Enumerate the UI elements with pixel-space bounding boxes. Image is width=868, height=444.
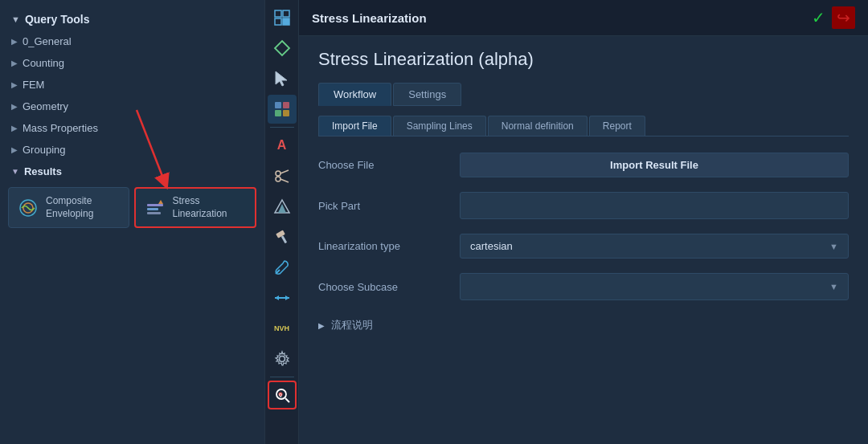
panel-title: Stress Linearization [312,11,427,25]
svg-line-20 [280,179,289,182]
sub-tab-sampling-lines[interactable]: Sampling Lines [393,116,486,136]
sub-tab-report[interactable]: Report [589,116,645,136]
tab-settings[interactable]: Settings [393,83,461,106]
sidebar-item-label: 0_General [23,35,72,47]
svg-rect-4 [147,208,158,210]
sidebar-item-label: Mass Properties [23,122,98,134]
svg-marker-12 [276,71,287,86]
form-label-choose-subcase: Choose Subcase [318,281,447,293]
svg-marker-28 [285,295,289,300]
cursor-icon-button[interactable] [268,64,297,93]
svg-text:Q: Q [279,393,282,397]
form-label-linearization-type: Linearization type [318,240,447,252]
svg-marker-11 [275,41,289,55]
panel-actions: ✓ ↪ [812,6,855,29]
sidebar-item-results[interactable]: ▼ Results [0,161,264,182]
icon-toolbar: A NVH [265,0,299,444]
scissors-icon-button[interactable] [268,161,297,190]
form-row-choose-file: Choose File Import Result File [318,153,849,177]
stress-label: StressLinearization [173,195,227,220]
svg-rect-16 [283,110,289,116]
composite-icon [17,197,39,219]
form-row-choose-subcase: Choose Subcase ▼ [318,273,849,300]
expand-arrow-icon: ▶ [318,321,325,330]
arrows-icon-button[interactable] [268,283,297,312]
svg-point-29 [279,356,285,362]
sidebar-title: Query Tools [25,13,90,26]
tab-workflow[interactable]: Workflow [318,83,391,106]
form-label-pick-part: Pick Part [318,200,447,212]
form-row-linearization-type: Linearization type cartesian ▼ [318,234,849,259]
hammer-icon-button[interactable] [268,222,297,251]
close-button[interactable]: ↪ [832,6,855,29]
expand-liucheng-section[interactable]: ▶ 流程说明 [318,315,849,336]
sidebar-item-0general[interactable]: ▶ 0_General [0,31,264,52]
confirm-button[interactable]: ✓ [812,8,825,27]
choose-subcase-select[interactable]: ▼ [460,273,849,300]
gear-icon-button[interactable] [268,344,297,373]
chevron-right-icon: ▶ [11,59,18,67]
linearization-type-select[interactable]: cartesian ▼ [460,234,849,259]
puzzle-icon-button[interactable] [268,95,297,124]
import-result-file-button[interactable]: Import Result File [460,153,849,177]
results-cards-row: CompositeEnveloping StressLinearization [0,182,264,233]
expand-section-label: 流程说明 [331,318,373,332]
sub-tab-import-file[interactable]: Import File [318,116,391,136]
svg-line-19 [280,170,289,173]
stress-linearization-card[interactable]: StressLinearization [134,187,257,228]
chevron-right-icon: ▶ [11,80,18,89]
content-title: Stress Linearization (alpha) [318,49,849,70]
svg-rect-9 [275,18,281,25]
composite-enveloping-card[interactable]: CompositeEnveloping [8,187,129,228]
chevron-down-icon-2: ▼ [829,282,838,291]
svg-line-31 [285,398,289,402]
sub-tab-normal-definition[interactable]: Normal definition [488,116,588,136]
svg-rect-5 [147,212,161,214]
svg-rect-13 [275,102,281,108]
sidebar-item-grouping[interactable]: ▶ Grouping [0,139,264,161]
chevron-right-icon: ▶ [11,145,18,154]
svg-rect-15 [275,110,281,116]
svg-rect-3 [147,204,163,206]
nvh-button[interactable]: NVH [268,314,297,343]
sidebar-item-geometry[interactable]: ▶ Geometry [0,96,264,117]
content-body: Stress Linearization (alpha) Workflow Se… [299,36,868,444]
chevron-down-icon: ▼ [11,167,19,176]
toolbar-separator-2 [270,377,294,377]
sidebar-item-fem[interactable]: ▶ FEM [0,74,264,96]
sidebar-header: ▼ Query Tools [0,6,264,31]
sidebar-item-label: Counting [23,57,64,69]
svg-rect-10 [283,18,289,25]
diamond-icon-button[interactable] [268,34,297,63]
sidebar: ▼ Query Tools ▶ 0_General ▶ Counting ▶ F… [0,0,265,444]
form-row-pick-part: Pick Part [318,192,849,219]
sidebar-item-label: Grouping [23,144,65,156]
chevron-right-icon: ▶ [11,102,18,111]
chevron-right-icon: ▶ [11,37,18,46]
sidebar-item-counting[interactable]: ▶ Counting [0,52,264,74]
chevron-right-icon: ▶ [11,124,18,132]
svg-point-18 [276,177,280,181]
search-results-button[interactable]: Q [268,381,297,409]
grid-icon-button[interactable] [268,3,297,32]
main-tab-row: Workflow Settings [318,83,849,106]
letter-a-button[interactable]: A [268,131,297,160]
chevron-down-icon: ▼ [829,242,838,251]
svg-marker-27 [275,295,279,300]
sub-tab-row: Import File Sampling Lines Normal defini… [318,116,849,136]
sidebar-item-label: Geometry [23,100,68,112]
composite-label: CompositeEnveloping [46,195,93,220]
sidebar-results-label: Results [24,165,62,177]
mountain-icon-button[interactable] [268,192,297,221]
sidebar-item-label: FEM [23,79,44,91]
sidebar-item-massprops[interactable]: ▶ Mass Properties [0,117,264,139]
svg-rect-8 [283,10,289,17]
linearization-type-value: cartesian [470,240,513,252]
sidebar-collapse-arrow[interactable]: ▼ [11,14,20,24]
svg-point-17 [276,171,280,176]
svg-rect-23 [280,235,287,243]
pick-part-input[interactable] [460,192,849,219]
form-label-choose-file: Choose File [318,159,447,171]
wrench-icon-button[interactable] [268,253,297,282]
svg-rect-14 [283,102,289,108]
